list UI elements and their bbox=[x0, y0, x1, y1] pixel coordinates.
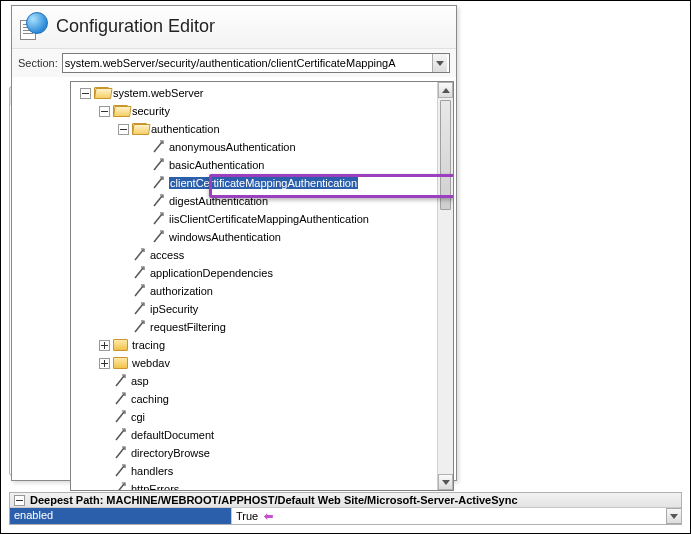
tree-node[interactable]: basicAuthentication bbox=[71, 156, 437, 174]
tree-node[interactable]: requestFiltering bbox=[71, 318, 437, 336]
config-leaf-icon bbox=[151, 194, 165, 208]
property-value-dropdown[interactable]: True ⬅ bbox=[232, 508, 681, 524]
tree-node-label: digestAuthentication bbox=[169, 195, 268, 207]
tree-node[interactable]: system.webServer bbox=[71, 84, 437, 102]
tree-node-label: basicAuthentication bbox=[169, 159, 264, 171]
tree-node-label: tracing bbox=[132, 339, 165, 351]
tree-node-label: asp bbox=[131, 375, 149, 387]
config-editor-popup: Configuration Editor Section: system.web… bbox=[11, 5, 457, 481]
property-row: enabled True ⬅ bbox=[10, 508, 681, 524]
folder-icon bbox=[94, 87, 109, 99]
tree-node-label: anonymousAuthentication bbox=[169, 141, 296, 153]
property-key[interactable]: enabled bbox=[10, 508, 232, 524]
config-leaf-icon bbox=[113, 374, 127, 388]
tree-node[interactable]: webdav bbox=[71, 354, 437, 372]
scroll-down-button[interactable] bbox=[438, 474, 453, 490]
tree-node[interactable]: authorization bbox=[71, 282, 437, 300]
tree-node[interactable]: ipSecurity bbox=[71, 300, 437, 318]
config-leaf-icon bbox=[151, 230, 165, 244]
expand-icon[interactable] bbox=[99, 358, 110, 369]
tree-node-label: system.webServer bbox=[113, 87, 203, 99]
tree-node[interactable]: handlers bbox=[71, 462, 437, 480]
section-dropdown[interactable]: system.webServer/security/authentication… bbox=[62, 53, 450, 73]
collapse-icon[interactable] bbox=[80, 88, 91, 99]
section-dropdown-value: system.webServer/security/authentication… bbox=[65, 57, 432, 69]
tree-node-label: access bbox=[150, 249, 184, 261]
deepest-path-label: Deepest Path: bbox=[30, 494, 103, 506]
tree-node[interactable]: applicationDependencies bbox=[71, 264, 437, 282]
deepest-path-header[interactable]: Deepest Path: MACHINE/WEBROOT/APPHOST/De… bbox=[10, 493, 681, 508]
tree-node[interactable]: httpErrors bbox=[71, 480, 437, 490]
tree-node-label: caching bbox=[131, 393, 169, 405]
page-title: Configuration Editor bbox=[56, 16, 215, 37]
chevron-down-icon[interactable] bbox=[666, 508, 681, 524]
tree-node-label: windowsAuthentication bbox=[169, 231, 281, 243]
tree-node-label: defaultDocument bbox=[131, 429, 214, 441]
scroll-thumb[interactable] bbox=[440, 100, 451, 210]
tree-node-label: authentication bbox=[151, 123, 220, 135]
tree-node[interactable]: directoryBrowse bbox=[71, 444, 437, 462]
config-leaf-icon bbox=[113, 410, 127, 424]
config-leaf-icon bbox=[151, 140, 165, 154]
config-leaf-icon bbox=[132, 302, 146, 316]
tree-node[interactable]: tracing bbox=[71, 336, 437, 354]
tree-node-label: applicationDependencies bbox=[150, 267, 273, 279]
tree-node-label: httpErrors bbox=[131, 483, 179, 490]
section-tree[interactable]: system.webServersecurityauthenticationan… bbox=[71, 82, 437, 490]
config-leaf-icon bbox=[151, 158, 165, 172]
tree-node[interactable]: windowsAuthentication bbox=[71, 228, 437, 246]
annotation-arrow-icon: ⬅ bbox=[264, 510, 273, 523]
tree-node-label: cgi bbox=[131, 411, 145, 423]
tree-node-label: webdav bbox=[132, 357, 170, 369]
tree-node-label: handlers bbox=[131, 465, 173, 477]
deepest-path-panel: Deepest Path: MACHINE/WEBROOT/APPHOST/De… bbox=[9, 492, 682, 525]
collapse-icon[interactable] bbox=[14, 495, 25, 506]
collapse-icon[interactable] bbox=[99, 106, 110, 117]
vertical-scrollbar[interactable] bbox=[437, 82, 453, 490]
chevron-down-icon[interactable] bbox=[432, 54, 447, 72]
expand-icon[interactable] bbox=[99, 340, 110, 351]
config-leaf-icon bbox=[113, 446, 127, 460]
tree-node[interactable]: iisClientCertificateMappingAuthenticatio… bbox=[71, 210, 437, 228]
tree-node-label: clientCertificateMappingAuthentication bbox=[169, 177, 358, 189]
section-tree-container: system.webServersecurityauthenticationan… bbox=[70, 81, 454, 491]
tree-node[interactable]: security bbox=[71, 102, 437, 120]
config-leaf-icon bbox=[132, 266, 146, 280]
config-leaf-icon bbox=[113, 464, 127, 478]
iis-globe-icon bbox=[20, 12, 48, 40]
config-leaf-icon bbox=[113, 482, 127, 490]
config-leaf-icon bbox=[151, 212, 165, 226]
tree-node[interactable]: digestAuthentication bbox=[71, 192, 437, 210]
deepest-path-value: MACHINE/WEBROOT/APPHOST/Default Web Site… bbox=[106, 494, 517, 506]
collapse-icon[interactable] bbox=[118, 124, 129, 135]
tree-node[interactable]: anonymousAuthentication bbox=[71, 138, 437, 156]
config-leaf-icon bbox=[113, 428, 127, 442]
section-row: Section: system.webServer/security/authe… bbox=[12, 49, 456, 77]
config-leaf-icon bbox=[132, 320, 146, 334]
folder-icon bbox=[132, 123, 147, 135]
section-label: Section: bbox=[18, 57, 58, 69]
tree-node-label: requestFiltering bbox=[150, 321, 226, 333]
config-leaf-icon bbox=[132, 248, 146, 262]
tree-node-label: ipSecurity bbox=[150, 303, 198, 315]
tree-node[interactable]: defaultDocument bbox=[71, 426, 437, 444]
tree-node-label: authorization bbox=[150, 285, 213, 297]
folder-icon bbox=[113, 357, 128, 369]
popup-header: Configuration Editor bbox=[12, 6, 456, 49]
folder-icon bbox=[113, 105, 128, 117]
config-leaf-icon bbox=[113, 392, 127, 406]
tree-node[interactable]: clientCertificateMappingAuthentication bbox=[71, 174, 437, 192]
tree-node[interactable]: access bbox=[71, 246, 437, 264]
property-value-text: True bbox=[236, 510, 258, 522]
config-leaf-icon bbox=[151, 176, 165, 190]
tree-node[interactable]: caching bbox=[71, 390, 437, 408]
tree-node[interactable]: asp bbox=[71, 372, 437, 390]
config-leaf-icon bbox=[132, 284, 146, 298]
tree-node-label: iisClientCertificateMappingAuthenticatio… bbox=[169, 213, 369, 225]
folder-icon bbox=[113, 339, 128, 351]
tree-node-label: directoryBrowse bbox=[131, 447, 210, 459]
tree-node-label: security bbox=[132, 105, 170, 117]
tree-node[interactable]: authentication bbox=[71, 120, 437, 138]
tree-node[interactable]: cgi bbox=[71, 408, 437, 426]
scroll-up-button[interactable] bbox=[438, 82, 453, 98]
